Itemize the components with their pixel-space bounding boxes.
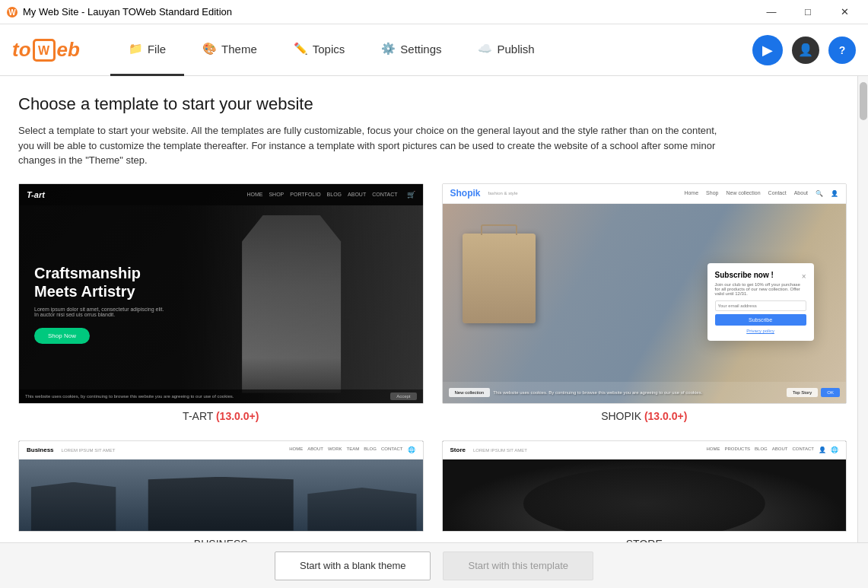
help-icon: ? (839, 44, 846, 56)
template-business[interactable]: Business LOREM IPSUM SIT AMET HOME ABOUT… (18, 440, 424, 543)
shopik-nav-home: Home (684, 190, 698, 197)
help-button[interactable]: ? (828, 37, 856, 64)
store-preview: Store LOREM IPSUM SIT AMET HOME PRODUCTS… (443, 441, 847, 531)
template-shopik[interactable]: Shopik fashion & style Home Shop New col… (442, 183, 847, 422)
use-template-button[interactable]: Start with this template (443, 551, 593, 580)
tart-preview: T-art HOME SHOP PORTFOLIO BLOG ABOUT CON… (19, 184, 423, 403)
tart-nav-about: ABOUT (348, 192, 366, 197)
shopik-subscribe-btn[interactable]: Subscribe (715, 314, 806, 326)
tart-nav-home: HOME (246, 192, 262, 197)
logo-web: eb (57, 38, 80, 62)
shopik-nav-new: New collection (726, 190, 760, 197)
template-store[interactable]: Store LOREM IPSUM SIT AMET HOME PRODUCTS… (442, 440, 847, 543)
store-brand: Store (450, 447, 466, 453)
business-nav-links: HOME ABOUT WORK TEAM BLOG CONTACT 🌐 (289, 447, 415, 453)
nav-topics[interactable]: ✏️ Topics (275, 24, 364, 76)
shopik-close-btn[interactable]: OK (821, 388, 840, 397)
tart-body: Craftsmanship Meets Artistry Lorem ipsum… (19, 205, 423, 403)
blank-theme-button[interactable]: Start with a blank theme (275, 551, 431, 580)
tart-nav-portfolio: PORTFOLIO (290, 192, 320, 197)
user-button[interactable]: 👤 (792, 37, 819, 64)
shopik-more-btn[interactable]: Top Story (787, 388, 818, 397)
header-right: ▶ 👤 ? (752, 35, 856, 65)
maximize-button[interactable]: □ (790, 0, 825, 24)
page-title: Choose a template to start your website (18, 94, 850, 114)
store-circle (523, 468, 765, 531)
svg-text:W: W (8, 8, 16, 17)
shopik-nav-contact: Contact (768, 190, 787, 197)
bus-about: ABOUT (307, 447, 323, 453)
business-buildings (19, 477, 423, 531)
app-logo: to W eb (12, 38, 80, 62)
business-nav: Business LOREM IPSUM SIT AMET HOME ABOUT… (19, 441, 423, 459)
nav-publish[interactable]: ☁️ Publish (459, 24, 552, 76)
shopik-popup-title: Subscribe now ! (715, 271, 774, 279)
business-label: BUSINESS (18, 538, 424, 543)
topics-icon: ✏️ (294, 42, 308, 56)
template-tart[interactable]: T-art HOME SHOP PORTFOLIO BLOG ABOUT CON… (18, 183, 424, 422)
bus-work: WORK (328, 447, 342, 453)
bus-blog: BLOG (364, 447, 377, 453)
publish-icon: ☁️ (478, 42, 492, 56)
tart-cta-button[interactable]: Shop Now (34, 328, 90, 344)
shopik-privacy-link[interactable]: Privacy policy (715, 329, 806, 333)
store-blog: BLOG (755, 447, 768, 453)
app-title: My Web Site - Lauyan TOWeb Standard Edit… (23, 6, 232, 17)
store-home: HOME (706, 447, 720, 453)
template-business-thumb: Business LOREM IPSUM SIT AMET HOME ABOUT… (18, 440, 424, 532)
shopik-label: SHOPIK (13.0.0+) (442, 410, 847, 422)
main-content: Choose a template to start your website … (0, 76, 868, 542)
tart-nav-contact: CONTACT (372, 192, 397, 197)
close-button[interactable]: ✕ (827, 0, 862, 24)
store-nav: Store LOREM IPSUM SIT AMET HOME PRODUCTS… (443, 441, 847, 459)
business-body (19, 459, 423, 531)
scrollbar-thumb[interactable] (860, 82, 867, 120)
shopik-collection-btn[interactable]: New collection (449, 388, 491, 397)
shopik-nav: Shopik fashion & style Home Shop New col… (443, 184, 847, 204)
shopik-bag-handle (481, 224, 517, 235)
shopik-nav-shop: Shop (706, 190, 718, 197)
logo-to: to (12, 38, 31, 62)
user-icon: 👤 (798, 43, 813, 57)
shopik-cookie-text: This website uses cookies. By continuing… (493, 390, 784, 395)
shopik-user-icon: 👤 (831, 190, 838, 197)
logo-bracket: W (33, 39, 56, 62)
nav-theme[interactable]: 🎨 Theme (184, 24, 275, 76)
shopik-bag (463, 234, 535, 323)
title-bar-left: W My Web Site - Lauyan TOWeb Standard Ed… (6, 6, 232, 18)
title-bar-controls: — □ ✕ (754, 0, 862, 24)
shopik-popup-sub: Join our club to get 10% off your purcha… (715, 282, 806, 296)
play-icon: ▶ (762, 42, 773, 59)
tart-person-bg (201, 205, 423, 403)
shopik-brand: Shopik (450, 188, 481, 199)
shopik-bottom-bar: New collection This website uses cookies… (443, 382, 847, 403)
play-button[interactable]: ▶ (752, 35, 783, 65)
building-3 (301, 488, 422, 531)
bus-flag-icon: 🌐 (408, 447, 415, 453)
store-products: PRODUCTS (724, 447, 750, 453)
minimize-button[interactable]: — (754, 0, 789, 24)
store-label: STORE (442, 538, 847, 543)
tart-nav: T-art HOME SHOP PORTFOLIO BLOG ABOUT CON… (19, 184, 423, 205)
shopik-version: (13.0.0+) (644, 410, 687, 422)
template-store-thumb: Store LOREM IPSUM SIT AMET HOME PRODUCTS… (442, 440, 847, 532)
store-tagline: LOREM IPSUM SIT AMET (473, 448, 527, 453)
tart-nav-shop: SHOP (269, 192, 284, 197)
tart-nav-blog: BLOG (327, 192, 342, 197)
shopik-popup-close[interactable]: × (802, 272, 806, 281)
theme-icon: 🎨 (202, 42, 217, 56)
tart-text: Craftsmanship Meets Artistry Lorem ipsum… (34, 264, 164, 344)
template-shopik-thumb: Shopik fashion & style Home Shop New col… (442, 183, 847, 404)
store-nav-links: HOME PRODUCTS BLOG ABOUT CONTACT 👤 🌐 (706, 447, 838, 453)
nav-settings[interactable]: ⚙️ Settings (363, 24, 459, 76)
main-nav: 📁 File 🎨 Theme ✏️ Topics ⚙️ Settings ☁️ … (110, 24, 553, 76)
tart-label: T-ART (13.0.0+) (18, 410, 424, 422)
nav-file[interactable]: 📁 File (110, 24, 184, 76)
building-2 (140, 477, 301, 531)
bus-contact: CONTACT (381, 447, 403, 453)
shopik-hero: New collection This website uses cookies… (443, 204, 847, 403)
shopik-email-input[interactable] (715, 300, 806, 311)
store-user-icon: 👤 (819, 447, 826, 453)
scrollbar-track[interactable] (857, 76, 868, 542)
shopik-nav-links: Home Shop New collection Contact About 🔍… (684, 190, 838, 197)
